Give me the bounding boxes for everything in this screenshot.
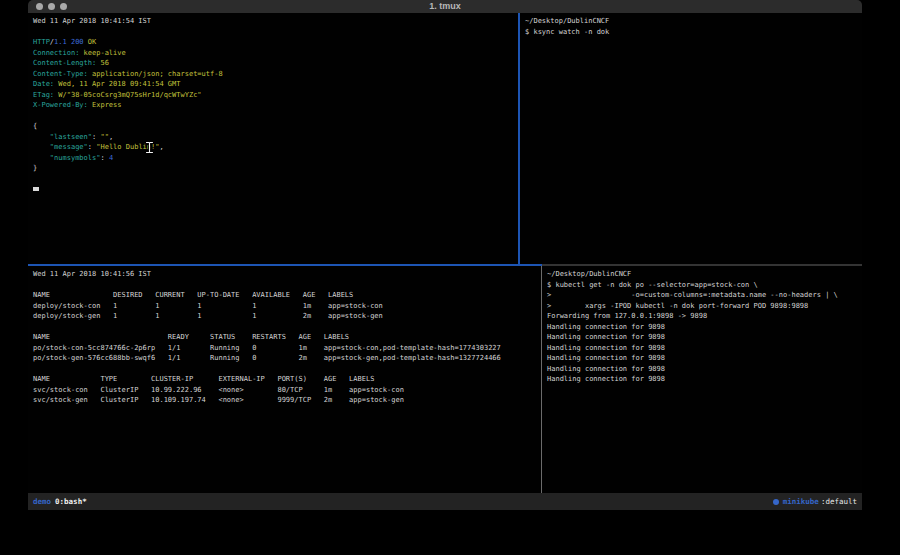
terminal-line: { <box>33 121 518 132</box>
terminal-line: ~/Desktop/DublinCNCF <box>525 16 862 27</box>
pane-top-left-http-response[interactable]: Wed 11 Apr 2018 10:41:54 IST HTTP/1.1 20… <box>28 13 518 264</box>
kube-context-label: minikube <box>783 497 819 506</box>
kube-namespace-label: :default <box>821 497 857 506</box>
terminal-line: Connection: keep-alive <box>33 48 518 59</box>
terminal-line: Handling connection for 9898 <box>547 322 862 333</box>
terminal-line: deploy/stock-gen 1 1 1 1 2m app=stock-ge… <box>33 311 541 322</box>
terminal-line: Wed 11 Apr 2018 10:41:54 IST <box>33 16 518 27</box>
terminal-line <box>33 280 541 291</box>
terminal-line: Handling connection for 9898 <box>547 353 862 364</box>
window-titlebar[interactable]: 1. tmux <box>28 0 862 13</box>
terminal-line: } <box>33 163 518 174</box>
terminal-line: deploy/stock-con 1 1 1 1 1m app=stock-co… <box>33 301 541 312</box>
terminal-line: Date: Wed, 11 Apr 2018 09:41:54 GMT <box>33 79 518 90</box>
pane-bottom-left-kubectl-get[interactable]: Wed 11 Apr 2018 10:41:56 IST NAME DESIRE… <box>28 266 541 493</box>
tmux-status-right: minikube :default <box>773 497 857 506</box>
terminal-line: po/stock-gen-576cc688bb-swqf6 1/1 Runnin… <box>33 353 541 364</box>
terminal-line: Content-Type: application/json; charset=… <box>33 69 518 80</box>
terminal-line <box>33 174 518 185</box>
terminal-line: "numsymbols": 4 <box>33 153 518 164</box>
terminal-window: 1. tmux Wed 11 Apr 2018 10:41:54 IST HTT… <box>28 0 862 510</box>
screen: { "window": { "title": "1. tmux" }, "the… <box>0 0 900 555</box>
terminal-line: Content-Length: 56 <box>33 58 518 69</box>
terminal-line: "message": "Hello Dublin!", <box>33 142 518 153</box>
maximize-button[interactable] <box>60 3 67 10</box>
minimize-button[interactable] <box>48 3 55 10</box>
tmux-status-bar: demo 0:bash* minikube :default <box>28 493 862 510</box>
terminal-line: svc/stock-con ClusterIP 10.99.222.96 <no… <box>33 385 541 396</box>
terminal-line: Wed 11 Apr 2018 10:41:56 IST <box>33 269 541 280</box>
pane-top-right-ksync[interactable]: ~/Desktop/DublinCNCF$ ksync watch -n dok <box>520 13 862 264</box>
terminal-line: ETag: W/"38-05coCsrg3mQ75sHr1d/qcWTwYZc" <box>33 90 518 101</box>
terminal-line: HTTP/1.1 200 OK <box>33 37 518 48</box>
terminal-line: NAME TYPE CLUSTER-IP EXTERNAL-IP PORT(S)… <box>33 374 541 385</box>
close-button[interactable] <box>36 3 43 10</box>
terminal-line: Handling connection for 9898 <box>547 374 862 385</box>
terminal-line <box>33 364 541 375</box>
tmux-window-tab[interactable]: 0:bash* <box>55 497 87 506</box>
terminal-line: Handling connection for 9898 <box>547 343 862 354</box>
tmux-session-name: demo <box>33 497 51 506</box>
terminal-line: "lastseen": "", <box>33 132 518 143</box>
pane-bottom-right-port-forward[interactable]: ~/Desktop/DublinCNCF$ kubectl get -n dok… <box>542 266 862 493</box>
terminal-line <box>33 27 518 38</box>
terminal-line: po/stock-con-5cc874766c-2p6rp 1/1 Runnin… <box>33 343 541 354</box>
terminal-line <box>33 111 518 122</box>
terminal-line <box>33 322 541 333</box>
terminal-line: > xargs -IPOD kubectl -n dok port-forwar… <box>547 301 862 312</box>
terminal-line: Forwarding from 127.0.0.1:9898 -> 9898 <box>547 311 862 322</box>
terminal-line: NAME READY STATUS RESTARTS AGE LABELS <box>33 332 541 343</box>
terminal-line: $ ksync watch -n dok <box>525 27 862 38</box>
terminal-line: NAME DESIRED CURRENT UP-TO-DATE AVAILABL… <box>33 290 541 301</box>
terminal-line: Handling connection for 9898 <box>547 364 862 375</box>
tmux-panes-area: Wed 11 Apr 2018 10:41:54 IST HTTP/1.1 20… <box>28 13 862 493</box>
terminal-line: X-Powered-By: Express <box>33 100 518 111</box>
desktop-background: 1. tmux Wed 11 Apr 2018 10:41:54 IST HTT… <box>0 0 900 555</box>
traffic-lights <box>36 3 67 10</box>
terminal-line <box>33 184 518 195</box>
terminal-line: > -o=custom-columns=:metadata.name --no-… <box>547 290 862 301</box>
mouse-ibeam-cursor-icon <box>145 141 154 154</box>
kube-helm-icon <box>773 499 779 505</box>
terminal-line: svc/stock-gen ClusterIP 10.109.197.74 <n… <box>33 395 541 406</box>
terminal-line: ~/Desktop/DublinCNCF <box>547 269 862 280</box>
terminal-line: $ kubectl get -n dok po --selector=app=s… <box>547 280 862 291</box>
terminal-line: Handling connection for 9898 <box>547 332 862 343</box>
window-title: 1. tmux <box>429 0 461 13</box>
tmux-status-left: demo 0:bash* <box>33 497 87 506</box>
